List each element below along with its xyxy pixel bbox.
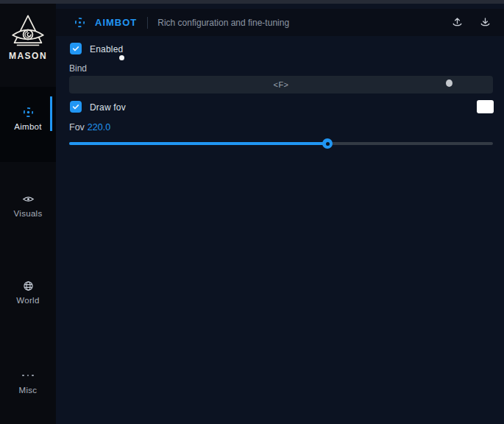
sidebar-item-label: Aimbot	[0, 122, 56, 131]
fov-slider-fill	[69, 142, 327, 145]
fov-readout: Fov220.0	[69, 122, 110, 132]
app-title: MASON	[0, 51, 56, 61]
draw-fov-checkbox[interactable]	[70, 101, 82, 113]
fov-slider-thumb[interactable]	[322, 138, 333, 149]
bind-label: Bind	[69, 63, 87, 74]
globe-icon	[0, 279, 56, 292]
cursor-dot-white	[119, 55, 124, 60]
page-header: AIMBOT Rich configuration and fine-tunin…	[56, 9, 504, 36]
upload-icon[interactable]	[450, 15, 464, 30]
cursor-dot-gray	[446, 80, 452, 87]
ellipsis-icon	[0, 369, 56, 382]
sidebar-item-visuals[interactable]: Visuals	[0, 192, 56, 218]
header-actions	[450, 15, 492, 30]
fov-label: Fov	[69, 122, 85, 132]
download-icon[interactable]	[478, 15, 492, 30]
enabled-label: Enabled	[90, 44, 123, 54]
fov-color-swatch[interactable]	[477, 100, 494, 113]
enabled-checkbox[interactable]	[70, 43, 82, 54]
crosshair-icon	[74, 16, 86, 29]
sidebar-item-label: Visuals	[0, 209, 56, 218]
draw-fov-label: Draw fov	[90, 102, 126, 113]
bind-value: <F>	[273, 80, 288, 89]
page-title: AIMBOT	[95, 17, 137, 28]
eye-icon	[0, 192, 56, 205]
sidebar-item-misc[interactable]: Misc	[0, 369, 56, 395]
eye-pyramid-icon	[0, 14, 56, 49]
mason-window: MASON Aimbot Visuals	[0, 0, 504, 424]
crosshair-icon	[0, 105, 56, 119]
sidebar-item-label: Misc	[0, 386, 56, 395]
app-logo: MASON	[0, 14, 56, 61]
fov-slider[interactable]	[69, 138, 493, 149]
sidebar-item-aimbot[interactable]: Aimbot	[0, 105, 56, 131]
bind-input[interactable]: <F>	[69, 76, 493, 93]
sidebar: MASON Aimbot Visuals	[0, 4, 56, 424]
sidebar-item-world[interactable]: World	[0, 279, 56, 305]
header-divider	[147, 17, 148, 29]
page-subtitle: Rich configuration and fine-tuning	[157, 18, 289, 28]
fov-value: 220.0	[88, 122, 110, 132]
main-content: AIMBOT Rich configuration and fine-tunin…	[56, 4, 504, 424]
sidebar-item-label: World	[0, 296, 56, 305]
